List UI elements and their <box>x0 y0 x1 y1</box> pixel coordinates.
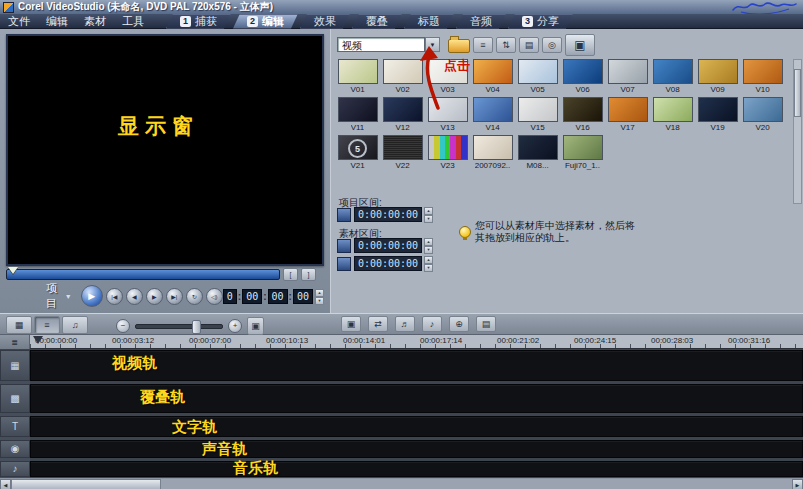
library-clip[interactable]: V05 <box>515 59 560 97</box>
preview-timecode-spinner[interactable]: ▲▼ <box>315 289 324 304</box>
capture-frame-button[interactable]: ▣ <box>565 34 595 56</box>
tab-effect[interactable]: 效果 <box>300 14 350 29</box>
mark-in-button[interactable]: [ <box>283 268 298 281</box>
timeline-scrollbar[interactable]: ◀ ▶ <box>0 478 803 489</box>
library-clip[interactable]: V13 <box>425 97 470 135</box>
library-clip[interactable]: V11 <box>335 97 380 135</box>
library-clip[interactable]: 5V21 <box>335 135 380 173</box>
library-clip[interactable]: V07 <box>605 59 650 97</box>
spin-down-arrow[interactable]: ▼ <box>315 297 324 305</box>
library-clip[interactable]: V20 <box>740 97 785 135</box>
spin-down-arrow[interactable]: ▼ <box>424 246 433 254</box>
volume-button[interactable]: ◁) <box>206 288 223 305</box>
chapter-point-icon[interactable]: ⊕ <box>449 316 469 332</box>
next-frame-button[interactable]: ▶ <box>146 288 163 305</box>
library-clip[interactable]: V08 <box>650 59 695 97</box>
library-scrollbar[interactable] <box>793 59 802 204</box>
library-clip[interactable]: V09 <box>695 59 740 97</box>
playback-mode-label[interactable]: 项目 <box>46 281 63 311</box>
spin-up-arrow[interactable]: ▲ <box>424 238 433 246</box>
spin-up-arrow[interactable]: ▲ <box>424 256 433 264</box>
library-clip[interactable]: 2007092.. <box>470 135 515 173</box>
voice-track[interactable] <box>30 440 803 458</box>
ruler-corner-button[interactable]: ≣ <box>0 335 30 349</box>
library-clip[interactable]: V12 <box>380 97 425 135</box>
mark-in-spinner[interactable]: ▲▼ <box>424 238 433 253</box>
library-clip[interactable]: V10 <box>740 59 785 97</box>
library-clip[interactable]: V22 <box>380 135 425 173</box>
library-clip[interactable]: V01 <box>335 59 380 97</box>
end-button[interactable]: ▶| <box>166 288 183 305</box>
home-button[interactable]: |◀ <box>106 288 123 305</box>
timeline-scrollbar-thumb[interactable] <box>11 479 161 489</box>
scroll-left-arrow-icon[interactable]: ◀ <box>0 479 11 489</box>
repeat-button[interactable]: ↻ <box>186 288 203 305</box>
tab-edit[interactable]: 2编辑 <box>233 14 298 29</box>
load-media-folder-icon[interactable] <box>448 39 470 53</box>
trim-marker[interactable] <box>8 267 18 279</box>
play-button[interactable]: ▶ <box>81 285 103 307</box>
mark-out-button[interactable]: ] <box>301 268 316 281</box>
title-track[interactable] <box>30 416 803 437</box>
mark-out-field[interactable]: 0:00:00:00 ▲▼ <box>337 256 433 271</box>
library-clip[interactable]: Fuji70_1.. <box>560 135 605 173</box>
tab-title[interactable]: 标题 <box>404 14 454 29</box>
menu-clip[interactable]: 素材 <box>76 14 114 29</box>
tab-share[interactable]: 3分享 <box>508 14 573 29</box>
mark-in-field[interactable]: 0:00:00:00 ▲▼ <box>337 238 433 253</box>
batch-convert-icon[interactable]: ⇄ <box>368 316 388 332</box>
video-track-header[interactable]: ▦ <box>0 350 30 381</box>
mode-dropdown-arrow-icon[interactable]: ▼ <box>65 293 72 300</box>
zoom-in-icon[interactable]: + <box>228 319 242 333</box>
track-manager-icon[interactable]: ▤ <box>476 316 496 332</box>
gallery-dropdown[interactable]: 视频 <box>337 37 425 52</box>
gallery-dropdown-arrow-icon[interactable]: ▼ <box>425 37 440 52</box>
spin-up-arrow[interactable]: ▲ <box>315 289 324 297</box>
library-clip[interactable]: V16 <box>560 97 605 135</box>
music-track[interactable] <box>30 461 803 477</box>
project-duration-spinner[interactable]: ▲▼ <box>424 207 433 222</box>
library-clip[interactable]: V03 <box>425 59 470 97</box>
menu-tools[interactable]: 工具 <box>114 14 152 29</box>
spin-down-arrow[interactable]: ▼ <box>424 264 433 272</box>
media-options-icon[interactable]: ≡ <box>473 37 493 53</box>
zoom-out-icon[interactable]: − <box>116 319 130 333</box>
prev-frame-button[interactable]: ◀ <box>126 288 143 305</box>
audio-view-button[interactable]: ♫ <box>62 316 88 334</box>
library-clip[interactable]: V06 <box>560 59 605 97</box>
insert-media-icon[interactable]: ▣ <box>341 316 361 332</box>
menu-edit[interactable]: 编辑 <box>38 14 76 29</box>
library-clip[interactable]: V18 <box>650 97 695 135</box>
library-clip[interactable]: V14 <box>470 97 515 135</box>
trim-bar[interactable] <box>6 269 280 280</box>
sort-icon[interactable]: ⇅ <box>496 37 516 53</box>
fit-project-button[interactable]: ▣ <box>247 317 264 335</box>
storyboard-view-button[interactable]: ▦ <box>6 316 32 334</box>
tab-capture[interactable]: 1捕获 <box>166 14 231 29</box>
music-track-header[interactable]: ♪ <box>0 461 30 477</box>
spin-down-arrow[interactable]: ▼ <box>424 215 433 223</box>
auto-music-icon[interactable]: ♪ <box>422 316 442 332</box>
library-clip[interactable]: V04 <box>470 59 515 97</box>
menu-file[interactable]: 文件 <box>0 14 38 29</box>
timeline-ruler[interactable]: 00:00:00:0000:00:03:1200:00:07:0000:00:1… <box>30 335 803 349</box>
playhead-scrubber[interactable] <box>33 336 43 349</box>
overlay-track[interactable] <box>30 384 803 413</box>
view-mode-icon[interactable]: ▤ <box>519 37 539 53</box>
library-clip[interactable]: V23 <box>425 135 470 173</box>
video-track[interactable] <box>30 350 803 381</box>
tab-overlay[interactable]: 覆叠 <box>352 14 402 29</box>
library-clip[interactable]: V15 <box>515 97 560 135</box>
tab-audio[interactable]: 音频 <box>456 14 506 29</box>
library-scrollbar-thumb[interactable] <box>794 69 801 117</box>
spin-up-arrow[interactable]: ▲ <box>424 207 433 215</box>
mark-out-spinner[interactable]: ▲▼ <box>424 256 433 271</box>
scroll-right-arrow-icon[interactable]: ▶ <box>792 479 803 489</box>
sound-mixer-icon[interactable]: ♬ <box>395 316 415 332</box>
zoom-slider[interactable] <box>135 324 223 329</box>
overlay-track-header[interactable]: ▩ <box>0 384 30 413</box>
voice-track-header[interactable]: ◉ <box>0 440 30 458</box>
project-duration-field[interactable]: 0:00:00:00 ▲▼ <box>337 207 433 222</box>
zoom-slider-thumb[interactable] <box>192 320 201 334</box>
library-clip[interactable]: V17 <box>605 97 650 135</box>
